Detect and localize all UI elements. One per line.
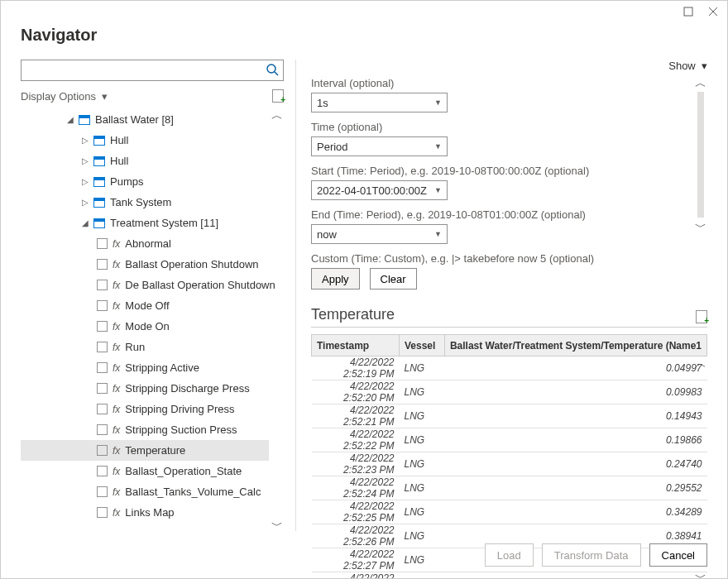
maximize-icon[interactable] bbox=[682, 6, 694, 17]
checkbox[interactable] bbox=[97, 424, 108, 435]
table-icon bbox=[93, 156, 105, 166]
custom-label: Custom (Time: Custom), e.g. |> takebefor… bbox=[311, 252, 691, 265]
fx-icon: fx bbox=[113, 424, 120, 436]
load-button: Load bbox=[485, 543, 534, 567]
tree-item[interactable]: fxLinks Map bbox=[21, 502, 269, 523]
table-icon bbox=[93, 136, 105, 146]
tree-item[interactable]: fxBallast_Operation_State bbox=[21, 461, 269, 481]
chevron-down-icon: ▼ bbox=[434, 186, 442, 194]
table-row[interactable]: 4/22/2022 2:52:23 PMLNG0.24740 bbox=[312, 452, 707, 476]
tree-item[interactable]: fxTemperature bbox=[21, 440, 269, 461]
fx-icon: fx bbox=[113, 362, 120, 374]
cancel-button[interactable]: Cancel bbox=[649, 543, 707, 567]
start-combo[interactable]: 2022-04-01T00:00:00Z▼ bbox=[311, 180, 448, 200]
tree-item[interactable]: ▷Hull bbox=[21, 151, 269, 171]
checkbox[interactable] bbox=[97, 321, 108, 332]
tree-item[interactable]: fxBallast Operation Shutdown bbox=[21, 254, 269, 275]
fx-icon: fx bbox=[113, 445, 120, 457]
table-row[interactable]: 4/22/2022 2:52:20 PMLNG0.09983 bbox=[312, 380, 707, 404]
fx-icon: fx bbox=[113, 342, 120, 353]
tree-item[interactable]: ◢Treatment System [11] bbox=[21, 213, 269, 233]
scroll-up-icon[interactable]: ︿ bbox=[695, 77, 706, 89]
apply-button[interactable]: Apply bbox=[311, 268, 360, 290]
scroll-down-icon[interactable]: ﹀ bbox=[271, 519, 283, 531]
tree-item[interactable]: ▷Pumps bbox=[21, 171, 269, 192]
transform-button: Transform Data bbox=[542, 543, 641, 567]
checkbox[interactable] bbox=[97, 259, 108, 270]
tree-item[interactable]: fxStripping Discharge Press bbox=[21, 378, 269, 399]
fx-icon: fx bbox=[113, 238, 120, 250]
clear-button[interactable]: Clear bbox=[370, 268, 417, 290]
fx-icon: fx bbox=[113, 404, 120, 415]
svg-rect-0 bbox=[684, 7, 692, 16]
add-preview-icon[interactable] bbox=[696, 310, 707, 323]
table-icon bbox=[93, 177, 105, 187]
column-header[interactable]: Ballast Water/Treatment System/Temperatu… bbox=[444, 335, 706, 356]
checkbox[interactable] bbox=[97, 404, 108, 414]
checkbox[interactable] bbox=[97, 300, 108, 311]
fx-icon: fx bbox=[113, 486, 120, 498]
checkbox[interactable] bbox=[97, 238, 108, 249]
tree-item[interactable]: fxDe Ballast Operation Shutdown bbox=[21, 275, 269, 295]
fx-icon: fx bbox=[113, 280, 120, 291]
checkbox[interactable] bbox=[97, 486, 108, 497]
end-combo[interactable]: now▼ bbox=[311, 224, 448, 244]
svg-line-4 bbox=[275, 72, 278, 75]
close-icon[interactable] bbox=[707, 6, 719, 17]
scroll-down-icon[interactable]: ﹀ bbox=[695, 221, 706, 232]
table-row[interactable]: 4/22/2022 2:52:22 PMLNG0.19866 bbox=[312, 428, 707, 452]
table-row[interactable]: 4/22/2022 2:52:25 PMLNG0.34289 bbox=[312, 500, 707, 524]
svg-point-3 bbox=[267, 65, 275, 73]
tree-item[interactable]: fxStripping Suction Press bbox=[21, 419, 269, 440]
tree-item[interactable]: fxStripping Driving Press bbox=[21, 399, 269, 419]
table-icon bbox=[79, 115, 90, 125]
checkbox[interactable] bbox=[97, 466, 108, 476]
tree-item[interactable]: fxAbnormal bbox=[21, 233, 269, 254]
start-label: Start (Time: Period), e.g. 2019-10-08T00… bbox=[311, 165, 691, 177]
column-header[interactable]: Vessel bbox=[399, 335, 444, 356]
fx-icon: fx bbox=[113, 383, 120, 395]
tree-item[interactable]: fxMode On bbox=[21, 316, 269, 337]
table-row[interactable]: 4/22/2022 2:52:21 PMLNG0.14943 bbox=[312, 404, 707, 428]
checkbox[interactable] bbox=[97, 342, 108, 352]
checkbox[interactable] bbox=[97, 383, 108, 394]
time-label: Time (optional) bbox=[311, 121, 691, 133]
show-dropdown[interactable]: Show ▾ bbox=[668, 60, 707, 72]
fx-icon: fx bbox=[113, 507, 120, 519]
display-options-dropdown[interactable]: Display Options ▾ bbox=[21, 90, 108, 103]
table-row[interactable]: 4/22/2022 2:52:19 PMLNG0.04997 bbox=[312, 356, 707, 380]
tree-item[interactable]: fxMode Off bbox=[21, 295, 269, 316]
table-icon bbox=[93, 198, 105, 208]
tree-item[interactable]: fxBallast_Tanks_Volume_Calc bbox=[21, 481, 269, 502]
chevron-down-icon: ▼ bbox=[434, 142, 442, 151]
time-combo[interactable]: Period▼ bbox=[311, 136, 448, 156]
tree-item[interactable]: ◢Ballast Water [8] bbox=[21, 109, 269, 130]
fx-icon: fx bbox=[113, 300, 120, 312]
checkbox[interactable] bbox=[97, 445, 108, 456]
checkbox[interactable] bbox=[97, 507, 108, 518]
fx-icon: fx bbox=[113, 259, 120, 270]
checkbox[interactable] bbox=[97, 280, 108, 290]
chevron-down-icon: ▼ bbox=[434, 230, 442, 238]
tree-item[interactable]: ▷Hull bbox=[21, 130, 269, 151]
tree-item[interactable]: fxStripping Active bbox=[21, 357, 269, 378]
fx-icon: fx bbox=[113, 321, 120, 333]
end-label: End (Time: Period), e.g. 2019-10-08T01:0… bbox=[311, 208, 691, 221]
new-query-icon[interactable] bbox=[272, 89, 284, 103]
scroll-up-icon[interactable]: ︿ bbox=[695, 357, 706, 369]
fx-icon: fx bbox=[113, 466, 120, 477]
search-input[interactable] bbox=[21, 60, 284, 81]
table-icon bbox=[93, 218, 105, 228]
tree-item[interactable]: fxRun bbox=[21, 337, 269, 357]
interval-combo[interactable]: 1s▼ bbox=[311, 93, 448, 112]
chevron-down-icon: ▼ bbox=[434, 98, 442, 107]
column-header[interactable]: Timestamp bbox=[312, 335, 400, 356]
interval-label: Interval (optional) bbox=[311, 77, 691, 89]
table-row[interactable]: 4/22/2022 2:52:24 PMLNG0.29552 bbox=[312, 476, 707, 500]
search-icon[interactable] bbox=[266, 63, 279, 79]
preview-title: Temperature bbox=[311, 306, 395, 323]
page-title: Navigator bbox=[1, 22, 727, 60]
tree-item[interactable]: ▷Tank System bbox=[21, 192, 269, 213]
scroll-up-icon[interactable]: ︿ bbox=[271, 109, 283, 121]
checkbox[interactable] bbox=[97, 362, 108, 373]
